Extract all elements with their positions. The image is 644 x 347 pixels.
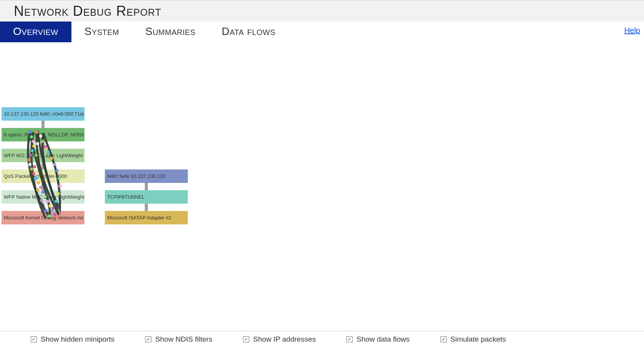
tab-overview[interactable]: Overview xyxy=(0,22,71,42)
help-link[interactable]: Help xyxy=(624,26,640,35)
svg-point-16 xyxy=(48,204,51,208)
checkbox-icon: ✓ xyxy=(31,336,37,342)
connector xyxy=(41,121,45,128)
checkbox-icon: ✓ xyxy=(440,336,447,342)
connector xyxy=(41,183,45,190)
tab-system[interactable]: System xyxy=(71,22,132,42)
network-node-label: QoS Packet Scheduler-0000 xyxy=(4,173,67,179)
option-label: Show hidden miniports xyxy=(41,335,114,344)
network-node[interactable]: Microsoft Kernel Debug Network Ad xyxy=(2,211,84,224)
connector xyxy=(145,204,148,211)
network-node-label: 10.137.130.120 fe80::c0e9:5f0f:71dd:9 xyxy=(4,111,84,117)
option-show-data-flows[interactable]: ✓Show data flows xyxy=(346,335,409,344)
network-node-label: TCPIP6TUNNEL xyxy=(107,194,145,200)
option-label: Show data flows xyxy=(356,335,409,344)
header: Network Debug Report xyxy=(0,0,644,22)
network-node[interactable]: WFP Native MAC Layer LightWeight xyxy=(2,190,84,204)
network-node[interactable]: Microsoft ISATAP Adapter #2 xyxy=(105,211,188,224)
connector xyxy=(145,183,148,190)
network-node-label: Microsoft ISATAP Adapter #2 xyxy=(107,215,171,221)
svg-point-3 xyxy=(32,144,35,148)
svg-point-31 xyxy=(51,207,55,210)
page-title: Network Debug Report xyxy=(14,3,161,19)
tab-summaries[interactable]: Summaries xyxy=(132,22,209,42)
svg-point-35 xyxy=(33,165,36,168)
option-show-ndis-filters[interactable]: ✓Show NDIS filters xyxy=(145,335,212,344)
svg-point-33 xyxy=(36,142,39,145)
network-node-label: WFP Native MAC Layer LightWeight xyxy=(4,194,84,200)
connector xyxy=(41,141,45,149)
svg-point-7 xyxy=(28,163,31,166)
network-node[interactable]: 10.137.130.120 fe80::c0e9:5f0f:71dd:9 xyxy=(2,107,84,121)
option-label: Show NDIS filters xyxy=(155,335,212,344)
checkbox-icon: ✓ xyxy=(346,336,353,342)
svg-point-25 xyxy=(53,163,56,166)
connector xyxy=(41,162,45,169)
connector xyxy=(41,204,45,211)
option-show-hidden-miniports[interactable]: ✓Show hidden miniports xyxy=(31,335,114,344)
tab-data-flows[interactable]: Data flows xyxy=(209,22,288,42)
network-node[interactable]: fe80::5efe:10.137.130.120 xyxy=(105,169,188,183)
network-node[interactable]: WFP 802.3 MAC Layer LightWeight Fi xyxy=(2,149,84,162)
tabs: OverviewSystemSummariesData flows Help xyxy=(0,22,644,43)
checkbox-icon: ✓ xyxy=(243,336,249,342)
diagram-canvas: 10.137.130.120 fe80::c0e9:5f0f:71dd:96 o… xyxy=(0,43,644,312)
checkbox-icon: ✓ xyxy=(145,336,151,342)
network-node[interactable]: 6 opens: RSPNDR, MSLLDP, NDISUIO xyxy=(2,128,84,141)
option-label: Simulate packets xyxy=(450,335,506,344)
network-node[interactable]: QoS Packet Scheduler-0000 xyxy=(2,169,84,183)
network-node[interactable]: TCPIP6TUNNEL xyxy=(105,190,188,204)
network-node-label: Microsoft Kernel Debug Network Ad xyxy=(4,215,83,221)
option-label: Show IP addresses xyxy=(253,335,316,344)
svg-point-28 xyxy=(58,184,61,188)
option-show-ip-addresses[interactable]: ✓Show IP addresses xyxy=(243,335,316,344)
footer-options: ✓Show hidden miniports✓Show NDIS filters… xyxy=(0,331,644,347)
network-node-label: fe80::5efe:10.137.130.120 xyxy=(107,173,166,179)
network-node-label: WFP 802.3 MAC Layer LightWeight Fi xyxy=(4,153,84,158)
network-node-label: 6 opens: RSPNDR, MSLLDP, NDISUIO xyxy=(4,132,84,138)
option-simulate-packets[interactable]: ✓Simulate packets xyxy=(440,335,506,344)
